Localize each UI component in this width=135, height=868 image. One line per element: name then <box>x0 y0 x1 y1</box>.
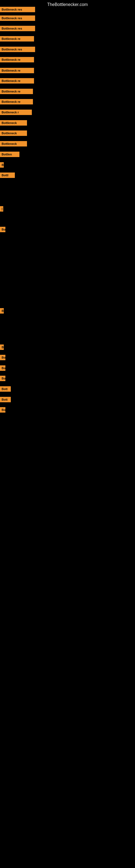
bottleneck-item[interactable]: Bottleneck <box>0 120 27 126</box>
bottleneck-item[interactable]: Bottleneck <box>0 141 27 147</box>
bottleneck-item[interactable]: B <box>0 344 4 350</box>
bottleneck-item[interactable]: Bott <box>0 386 11 392</box>
bottleneck-item[interactable]: Bottleneck r <box>0 110 32 115</box>
bottleneck-item[interactable]: Bottleneck res <box>0 26 35 31</box>
bottleneck-item[interactable]: Bottleneck re <box>0 36 34 41</box>
bottleneck-item[interactable]: Bo <box>0 355 5 360</box>
bottleneck-item[interactable]: Bo <box>0 365 5 371</box>
bottleneck-item[interactable]: Bo <box>0 376 5 381</box>
bottleneck-item[interactable]: Bottlen <box>0 152 19 157</box>
bottleneck-item[interactable]: Bottleneck <box>0 130 27 136</box>
bottleneck-item[interactable]: Bottleneck re <box>0 99 33 104</box>
bottleneck-item[interactable]: | <box>0 206 3 212</box>
bottleneck-item[interactable]: Bottleneck res <box>0 16 35 21</box>
bottleneck-item[interactable]: B <box>0 162 4 167</box>
bottleneck-item[interactable]: Bottl <box>0 173 15 178</box>
bottleneck-item[interactable]: Bo <box>0 407 5 412</box>
bottleneck-item[interactable]: Bott <box>0 397 11 402</box>
bottleneck-item[interactable]: Bottleneck re <box>0 89 33 94</box>
bottleneck-item[interactable]: Bottleneck re <box>0 68 34 73</box>
bottleneck-item[interactable]: Bottleneck res <box>0 46 35 52</box>
bottleneck-item[interactable]: B <box>0 308 4 314</box>
bottleneck-item[interactable]: Bottleneck re <box>0 57 34 62</box>
bottleneck-item[interactable]: Bottleneck re <box>0 78 34 84</box>
bottleneck-item[interactable]: Bo <box>0 227 5 232</box>
bottleneck-item[interactable]: Bottleneck res <box>0 7 35 12</box>
